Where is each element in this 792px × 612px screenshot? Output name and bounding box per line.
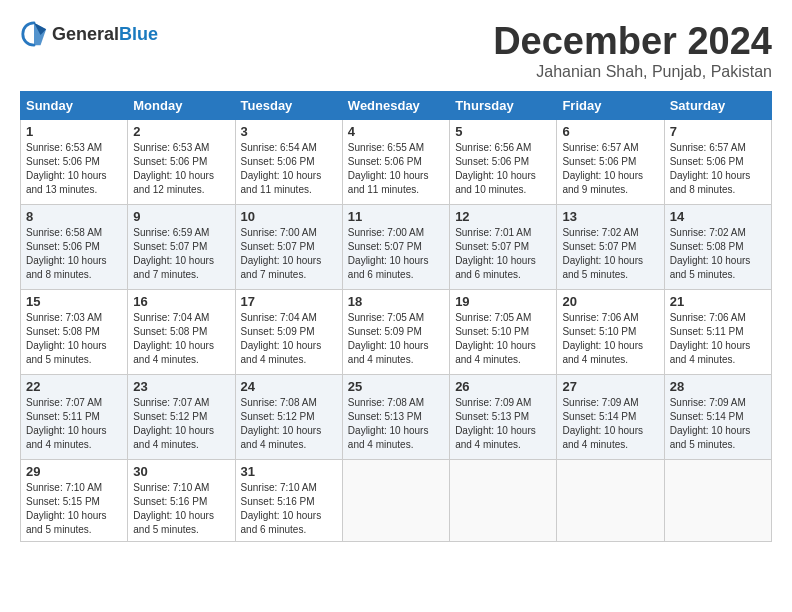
day-number: 13 (562, 209, 658, 224)
calendar-day-cell: 8Sunrise: 6:58 AM Sunset: 5:06 PM Daylig… (21, 205, 128, 290)
day-number: 11 (348, 209, 444, 224)
calendar-day-cell: 28Sunrise: 7:09 AM Sunset: 5:14 PM Dayli… (664, 375, 771, 460)
day-info: Sunrise: 7:02 AM Sunset: 5:07 PM Dayligh… (562, 226, 658, 282)
month-title: December 2024 (493, 20, 772, 63)
day-info: Sunrise: 7:08 AM Sunset: 5:13 PM Dayligh… (348, 396, 444, 452)
day-info: Sunrise: 7:06 AM Sunset: 5:11 PM Dayligh… (670, 311, 766, 367)
calendar-day-cell: 21Sunrise: 7:06 AM Sunset: 5:11 PM Dayli… (664, 290, 771, 375)
calendar-day-cell: 24Sunrise: 7:08 AM Sunset: 5:12 PM Dayli… (235, 375, 342, 460)
day-header-wednesday: Wednesday (342, 92, 449, 120)
day-info: Sunrise: 7:10 AM Sunset: 5:16 PM Dayligh… (241, 481, 337, 537)
calendar-week-row: 29Sunrise: 7:10 AM Sunset: 5:15 PM Dayli… (21, 460, 772, 542)
calendar-table: SundayMondayTuesdayWednesdayThursdayFrid… (20, 91, 772, 542)
day-info: Sunrise: 7:05 AM Sunset: 5:09 PM Dayligh… (348, 311, 444, 367)
calendar-day-cell: 18Sunrise: 7:05 AM Sunset: 5:09 PM Dayli… (342, 290, 449, 375)
calendar-day-cell: 12Sunrise: 7:01 AM Sunset: 5:07 PM Dayli… (450, 205, 557, 290)
day-number: 5 (455, 124, 551, 139)
calendar-week-row: 22Sunrise: 7:07 AM Sunset: 5:11 PM Dayli… (21, 375, 772, 460)
day-info: Sunrise: 6:57 AM Sunset: 5:06 PM Dayligh… (562, 141, 658, 197)
day-number: 14 (670, 209, 766, 224)
day-number: 3 (241, 124, 337, 139)
day-number: 17 (241, 294, 337, 309)
day-number: 25 (348, 379, 444, 394)
day-number: 19 (455, 294, 551, 309)
day-number: 2 (133, 124, 229, 139)
calendar-day-cell: 20Sunrise: 7:06 AM Sunset: 5:10 PM Dayli… (557, 290, 664, 375)
day-info: Sunrise: 7:10 AM Sunset: 5:16 PM Dayligh… (133, 481, 229, 537)
day-info: Sunrise: 7:02 AM Sunset: 5:08 PM Dayligh… (670, 226, 766, 282)
calendar-day-cell: 17Sunrise: 7:04 AM Sunset: 5:09 PM Dayli… (235, 290, 342, 375)
logo: GeneralBlue (20, 20, 158, 48)
day-info: Sunrise: 6:57 AM Sunset: 5:06 PM Dayligh… (670, 141, 766, 197)
day-number: 7 (670, 124, 766, 139)
logo-general-text: General (52, 24, 119, 44)
calendar-day-cell: 29Sunrise: 7:10 AM Sunset: 5:15 PM Dayli… (21, 460, 128, 542)
day-header-monday: Monday (128, 92, 235, 120)
day-info: Sunrise: 7:03 AM Sunset: 5:08 PM Dayligh… (26, 311, 122, 367)
day-info: Sunrise: 6:56 AM Sunset: 5:06 PM Dayligh… (455, 141, 551, 197)
calendar-day-cell: 15Sunrise: 7:03 AM Sunset: 5:08 PM Dayli… (21, 290, 128, 375)
day-info: Sunrise: 7:09 AM Sunset: 5:14 PM Dayligh… (670, 396, 766, 452)
calendar-day-cell: 19Sunrise: 7:05 AM Sunset: 5:10 PM Dayli… (450, 290, 557, 375)
location-title: Jahanian Shah, Punjab, Pakistan (493, 63, 772, 81)
calendar-day-cell: 7Sunrise: 6:57 AM Sunset: 5:06 PM Daylig… (664, 120, 771, 205)
calendar-day-cell: 2Sunrise: 6:53 AM Sunset: 5:06 PM Daylig… (128, 120, 235, 205)
calendar-day-cell: 30Sunrise: 7:10 AM Sunset: 5:16 PM Dayli… (128, 460, 235, 542)
day-header-tuesday: Tuesday (235, 92, 342, 120)
day-info: Sunrise: 7:04 AM Sunset: 5:09 PM Dayligh… (241, 311, 337, 367)
calendar-day-cell: 27Sunrise: 7:09 AM Sunset: 5:14 PM Dayli… (557, 375, 664, 460)
day-info: Sunrise: 6:53 AM Sunset: 5:06 PM Dayligh… (133, 141, 229, 197)
logo-blue-text: Blue (119, 24, 158, 44)
day-number: 6 (562, 124, 658, 139)
calendar-day-cell: 1Sunrise: 6:53 AM Sunset: 5:06 PM Daylig… (21, 120, 128, 205)
day-info: Sunrise: 7:08 AM Sunset: 5:12 PM Dayligh… (241, 396, 337, 452)
day-header-friday: Friday (557, 92, 664, 120)
calendar-week-row: 8Sunrise: 6:58 AM Sunset: 5:06 PM Daylig… (21, 205, 772, 290)
calendar-day-cell: 10Sunrise: 7:00 AM Sunset: 5:07 PM Dayli… (235, 205, 342, 290)
day-number: 9 (133, 209, 229, 224)
empty-day-cell (450, 460, 557, 542)
day-info: Sunrise: 6:53 AM Sunset: 5:06 PM Dayligh… (26, 141, 122, 197)
day-number: 12 (455, 209, 551, 224)
day-number: 27 (562, 379, 658, 394)
day-info: Sunrise: 7:07 AM Sunset: 5:12 PM Dayligh… (133, 396, 229, 452)
day-number: 4 (348, 124, 444, 139)
day-number: 1 (26, 124, 122, 139)
calendar-week-row: 15Sunrise: 7:03 AM Sunset: 5:08 PM Dayli… (21, 290, 772, 375)
empty-day-cell (342, 460, 449, 542)
calendar-day-cell: 5Sunrise: 6:56 AM Sunset: 5:06 PM Daylig… (450, 120, 557, 205)
day-header-sunday: Sunday (21, 92, 128, 120)
day-number: 31 (241, 464, 337, 479)
day-info: Sunrise: 6:54 AM Sunset: 5:06 PM Dayligh… (241, 141, 337, 197)
calendar-header-row: SundayMondayTuesdayWednesdayThursdayFrid… (21, 92, 772, 120)
calendar-day-cell: 31Sunrise: 7:10 AM Sunset: 5:16 PM Dayli… (235, 460, 342, 542)
day-info: Sunrise: 7:01 AM Sunset: 5:07 PM Dayligh… (455, 226, 551, 282)
title-area: December 2024 Jahanian Shah, Punjab, Pak… (493, 20, 772, 81)
day-number: 29 (26, 464, 122, 479)
calendar-day-cell: 9Sunrise: 6:59 AM Sunset: 5:07 PM Daylig… (128, 205, 235, 290)
day-info: Sunrise: 7:05 AM Sunset: 5:10 PM Dayligh… (455, 311, 551, 367)
calendar-day-cell: 16Sunrise: 7:04 AM Sunset: 5:08 PM Dayli… (128, 290, 235, 375)
calendar-day-cell: 13Sunrise: 7:02 AM Sunset: 5:07 PM Dayli… (557, 205, 664, 290)
day-number: 22 (26, 379, 122, 394)
day-info: Sunrise: 7:07 AM Sunset: 5:11 PM Dayligh… (26, 396, 122, 452)
day-info: Sunrise: 7:09 AM Sunset: 5:13 PM Dayligh… (455, 396, 551, 452)
day-info: Sunrise: 7:06 AM Sunset: 5:10 PM Dayligh… (562, 311, 658, 367)
day-number: 26 (455, 379, 551, 394)
day-info: Sunrise: 6:58 AM Sunset: 5:06 PM Dayligh… (26, 226, 122, 282)
page-header: GeneralBlue December 2024 Jahanian Shah,… (20, 20, 772, 81)
day-header-thursday: Thursday (450, 92, 557, 120)
day-number: 20 (562, 294, 658, 309)
day-info: Sunrise: 7:10 AM Sunset: 5:15 PM Dayligh… (26, 481, 122, 537)
calendar-week-row: 1Sunrise: 6:53 AM Sunset: 5:06 PM Daylig… (21, 120, 772, 205)
day-number: 21 (670, 294, 766, 309)
day-info: Sunrise: 6:55 AM Sunset: 5:06 PM Dayligh… (348, 141, 444, 197)
day-number: 23 (133, 379, 229, 394)
empty-day-cell (557, 460, 664, 542)
day-number: 18 (348, 294, 444, 309)
day-info: Sunrise: 6:59 AM Sunset: 5:07 PM Dayligh… (133, 226, 229, 282)
day-number: 30 (133, 464, 229, 479)
day-number: 8 (26, 209, 122, 224)
day-header-saturday: Saturday (664, 92, 771, 120)
day-number: 24 (241, 379, 337, 394)
